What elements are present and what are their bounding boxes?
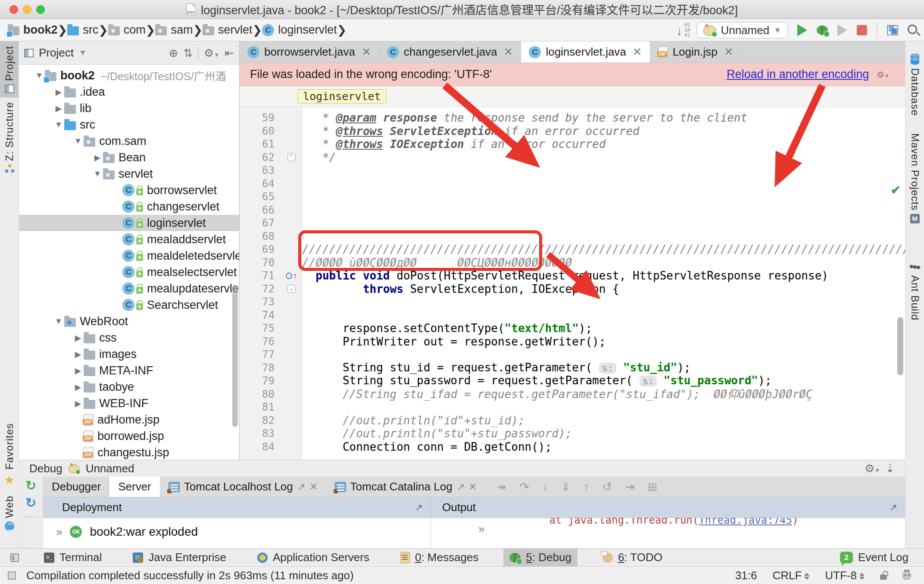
tool-window-quick-access-icon[interactable] bbox=[10, 553, 19, 562]
expand-arrow-icon[interactable]: ▶ bbox=[72, 382, 84, 392]
show-execution-point-icon[interactable]: ↠ bbox=[497, 480, 507, 494]
debug-tab-server[interactable]: Server bbox=[109, 477, 160, 497]
tree-item-mealdeletedservlet[interactable]: mealdeletedservlet bbox=[19, 248, 239, 264]
breadcrumb-item-loginservlet[interactable]: loginservlet bbox=[262, 23, 337, 37]
coverage-button[interactable] bbox=[837, 24, 847, 36]
close-tab-icon[interactable]: ✕ bbox=[309, 481, 317, 493]
tree-item-borrowservlet[interactable]: borrowservlet bbox=[19, 182, 239, 198]
deployment-item-label[interactable]: book2:war exploded bbox=[90, 525, 198, 539]
tree-item-mealselectservlet[interactable]: mealselectservlet bbox=[19, 264, 239, 280]
collapse-arrow-icon[interactable]: ▼ bbox=[92, 169, 103, 179]
run-configuration-select[interactable]: Unnamed ▼ bbox=[697, 22, 788, 38]
toolwindow-button-0-messages[interactable]: 0: Messages bbox=[394, 549, 484, 566]
collapse-arrow-icon[interactable]: ▼ bbox=[53, 317, 64, 326]
editor-vertical-scrollbar[interactable] bbox=[897, 317, 903, 375]
tree-item-Searchservlet[interactable]: Searchservlet bbox=[19, 297, 239, 313]
close-tab-icon[interactable]: ✕ bbox=[724, 45, 734, 59]
toolwindow-button-application-servers[interactable]: Application Servers bbox=[251, 549, 375, 566]
chevron-down-icon[interactable]: ▼ bbox=[79, 48, 87, 57]
collapse-all-icon[interactable]: ⇅ bbox=[183, 47, 193, 59]
hide-panel-icon[interactable]: ⇣ bbox=[885, 463, 895, 474]
reload-encoding-link[interactable]: Reload in another encoding bbox=[727, 68, 869, 81]
tree-item--idea[interactable]: ▶.idea bbox=[19, 84, 239, 100]
stripe-tab-project[interactable]: Project bbox=[0, 41, 19, 97]
run-button[interactable] bbox=[797, 24, 807, 36]
toolwindow-button-java-enterprise[interactable]: Java Enterprise bbox=[127, 549, 232, 566]
tree-item-lib[interactable]: ▶lib bbox=[19, 100, 239, 116]
deployment-pane[interactable]: » OK book2:war exploded bbox=[43, 518, 431, 548]
zoom-window-button[interactable] bbox=[36, 5, 45, 14]
editor-breadcrumb-pill[interactable]: loginservlet bbox=[297, 89, 387, 104]
encoding-select[interactable]: UTF-8 bbox=[825, 569, 865, 582]
force-step-into-icon[interactable]: ⇓ bbox=[561, 480, 571, 494]
gear-icon[interactable]: ⚙▼ bbox=[877, 70, 890, 79]
close-tab-icon[interactable]: ✕ bbox=[469, 481, 477, 493]
hector-inspection-icon[interactable] bbox=[902, 571, 911, 580]
expand-arrow-icon[interactable]: ▶ bbox=[72, 399, 84, 408]
expand-chevron[interactable]: » bbox=[56, 525, 62, 539]
caret-position[interactable]: 31:6 bbox=[735, 569, 757, 582]
pin-output-icon[interactable]: ↗ bbox=[457, 481, 465, 493]
stripe-tab-database[interactable]: Database bbox=[905, 49, 924, 120]
close-tab-icon[interactable]: ✕ bbox=[362, 45, 371, 59]
expand-arrow-icon[interactable]: ▶ bbox=[72, 333, 84, 343]
line-ending-select[interactable]: CRLF bbox=[772, 569, 809, 582]
tree-item-WebRoot[interactable]: ▼WebRoot bbox=[19, 313, 239, 330]
refresh-deployment-button[interactable]: ↻ bbox=[25, 496, 36, 509]
expand-arrow-icon[interactable]: ▶ bbox=[53, 87, 64, 97]
breadcrumb-item-book2[interactable]: book2 bbox=[8, 23, 58, 37]
locate-icon[interactable]: ⊕ bbox=[169, 47, 178, 59]
debug-tab-tomcat-localhost-log[interactable]: Tomcat Localhost Log↗✕ bbox=[160, 477, 326, 497]
override-method-icon[interactable] bbox=[286, 273, 292, 279]
expand-arrow-icon[interactable]: ▶ bbox=[53, 104, 64, 113]
fold-marker-icon[interactable]: ⌃ bbox=[287, 153, 296, 161]
tree-item-images[interactable]: ▶images bbox=[19, 346, 239, 362]
close-tab-icon[interactable]: ✕ bbox=[633, 45, 642, 59]
editor-tab-borrowservlet-java[interactable]: borrowservlet.java✕ bbox=[240, 41, 379, 63]
tree-item-book2[interactable]: ▼book2~/Desktop/TestIOS/广州酒 bbox=[19, 67, 239, 84]
stripe-tab-z-structure[interactable]: Z: Structure bbox=[0, 97, 19, 177]
collapse-arrow-icon[interactable]: ▼ bbox=[53, 120, 64, 129]
debug-tab-tomcat-catalina-log[interactable]: Tomcat Catalina Log↗✕ bbox=[326, 477, 486, 497]
breadcrumb-item-sam[interactable]: sam bbox=[155, 23, 193, 37]
editor-tab-loginservlet-java[interactable]: loginservlet.java✕ bbox=[521, 41, 650, 63]
tree-item-mealaddservlet[interactable]: mealaddservlet bbox=[19, 231, 239, 248]
stripe-tab-favorites[interactable]: Favorites★ bbox=[0, 419, 19, 491]
editor-tab-Login-jsp[interactable]: Login.jsp✕ bbox=[650, 41, 742, 63]
tree-item-META-INF[interactable]: ▶META-INF bbox=[19, 362, 239, 379]
tree-item-Bean[interactable]: ▶Bean bbox=[19, 149, 239, 166]
stop-button[interactable] bbox=[857, 25, 867, 35]
rerun-server-button[interactable]: ↻ bbox=[25, 479, 36, 492]
editor-tab-changeservlet-java[interactable]: changeservlet.java✕ bbox=[379, 41, 521, 63]
breadcrumb-item-servlet[interactable]: servlet bbox=[203, 23, 253, 37]
breadcrumb-item-src[interactable]: src bbox=[67, 23, 98, 37]
step-out-icon[interactable]: ↑ bbox=[584, 480, 590, 493]
toolwindow-button-5-debug[interactable]: 5: Debug bbox=[503, 549, 578, 566]
code-editor[interactable]: 59 * @param response the response send b… bbox=[240, 107, 905, 460]
toolwindow-button-terminal[interactable]: Terminal bbox=[38, 549, 108, 566]
close-tab-icon[interactable]: ✕ bbox=[504, 45, 513, 59]
output-console[interactable]: » at java.lang.Thread.run(Thread.java:74… bbox=[431, 518, 905, 548]
evaluate-expression-icon[interactable]: ⊞ bbox=[648, 480, 658, 494]
gear-icon[interactable]: ⚙▼ bbox=[204, 47, 219, 59]
fold-marker-icon[interactable]: ⌄ bbox=[287, 285, 296, 293]
search-icon[interactable] bbox=[908, 25, 917, 34]
stack-trace-link[interactable]: Thread.java:745 bbox=[699, 518, 792, 526]
tree-item-adHome-jsp[interactable]: adHome.jsp bbox=[19, 411, 239, 428]
tree-item-com-sam[interactable]: ▼com.sam bbox=[19, 133, 239, 149]
tree-item-servlet[interactable]: ▼servlet bbox=[19, 166, 239, 182]
pin-output-icon[interactable]: ↗ bbox=[297, 481, 305, 493]
run-to-cursor-icon[interactable]: ⇥ bbox=[625, 480, 635, 494]
tree-item-borrowed-jsp[interactable]: borrowed.jsp bbox=[19, 428, 239, 444]
expand-arrow-icon[interactable]: ▶ bbox=[72, 366, 84, 376]
tree-item-loginservlet[interactable]: loginservlet bbox=[19, 215, 239, 231]
tree-item-css[interactable]: ▶css bbox=[19, 330, 239, 346]
debug-button[interactable] bbox=[817, 25, 828, 35]
tree-item-WEB-INF[interactable]: ▶WEB-INF bbox=[19, 395, 239, 411]
gear-icon[interactable]: ⚙▼ bbox=[865, 463, 880, 474]
tree-item-mealupdateservlet[interactable]: mealupdateservlet bbox=[19, 280, 239, 297]
stripe-tab-web[interactable]: Web bbox=[0, 491, 19, 535]
close-window-button[interactable] bbox=[9, 5, 18, 14]
jump-to-output-icon[interactable]: ↗ bbox=[890, 502, 897, 513]
stripe-tab-ant-build[interactable]: Ant Build bbox=[905, 258, 924, 325]
